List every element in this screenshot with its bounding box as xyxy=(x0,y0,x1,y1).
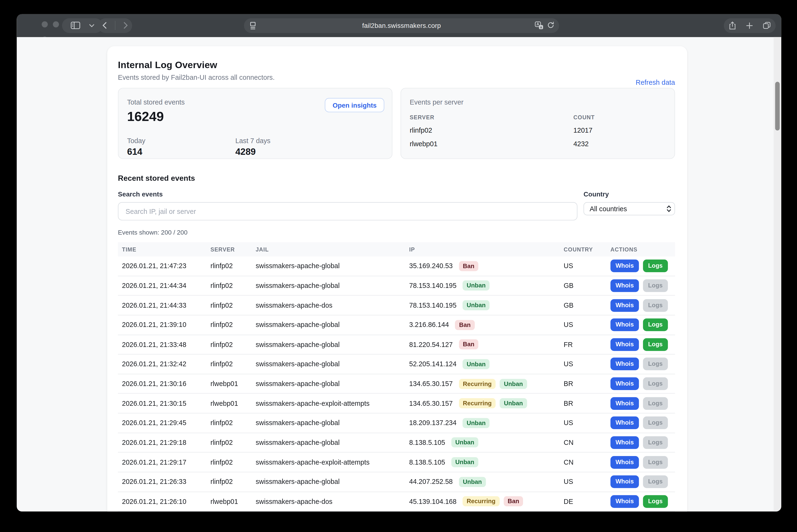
translate-icon[interactable]: A a xyxy=(535,21,543,32)
event-row: 2026.01.21, 21:47:23 rlinfp02 swissmaker… xyxy=(118,256,675,276)
whois-button[interactable]: Whois xyxy=(610,456,639,469)
event-ip-cell: 35.169.240.53 Ban xyxy=(405,261,560,271)
event-country: GB xyxy=(560,302,606,309)
logs-button[interactable]: Logs xyxy=(643,299,668,311)
open-insights-button[interactable]: Open insights xyxy=(325,98,384,112)
logs-button[interactable]: Logs xyxy=(643,319,668,331)
event-server: rlwebp01 xyxy=(206,400,252,407)
whois-button[interactable]: Whois xyxy=(610,299,639,311)
event-ip: 134.65.30.157 xyxy=(409,380,453,387)
logs-button[interactable]: Logs xyxy=(643,358,668,370)
col-server: SERVER xyxy=(206,246,252,252)
scrollbar-thumb[interactable] xyxy=(775,82,780,131)
event-time: 2026.01.21, 21:47:23 xyxy=(118,262,206,270)
event-country: DE xyxy=(560,498,606,505)
event-ip: 78.153.140.195 xyxy=(409,282,457,289)
event-server: rlinfp02 xyxy=(206,341,252,348)
event-ip-cell: 8.138.5.105 Unban xyxy=(405,457,560,468)
event-time: 2026.01.21, 21:39:10 xyxy=(118,321,206,329)
event-jail: swissmakers-apache-dos xyxy=(252,302,405,309)
country-label: Country xyxy=(583,191,609,198)
new-tab-plus-icon[interactable] xyxy=(746,22,753,29)
page-content: Internal Log Overview Events stored by F… xyxy=(17,37,781,512)
logs-button[interactable]: Logs xyxy=(643,338,668,351)
event-ip: 18.209.137.234 xyxy=(409,419,457,427)
logs-button[interactable]: Logs xyxy=(643,377,668,390)
traffic-light-close[interactable] xyxy=(42,21,48,27)
logs-button[interactable]: Logs xyxy=(643,476,668,488)
event-time: 2026.01.21, 21:29:45 xyxy=(118,419,206,427)
back-button[interactable] xyxy=(102,22,107,29)
event-ip-cell: 3.216.86.144 Ban xyxy=(405,320,560,330)
logs-button[interactable]: Logs xyxy=(643,495,668,508)
event-time: 2026.01.21, 21:29:18 xyxy=(118,439,206,446)
desktop: fail2ban.swissmakers.corp A a xyxy=(0,0,797,532)
status-badge-unban: Unban xyxy=(451,457,478,468)
event-ip: 35.169.240.53 xyxy=(409,262,453,270)
event-row: 2026.01.21, 21:29:45 rlinfp02 swissmaker… xyxy=(118,413,675,433)
event-jail: swissmakers-apache-exploit-attempts xyxy=(252,458,405,466)
whois-button[interactable]: Whois xyxy=(610,338,639,351)
event-jail: swissmakers-apache-global xyxy=(252,360,405,368)
event-country: US xyxy=(560,478,606,486)
reader-format-icon[interactable] xyxy=(250,22,256,32)
event-country: GB xyxy=(560,282,606,289)
status-badge-unban: Unban xyxy=(500,398,527,408)
logs-button[interactable]: Logs xyxy=(643,397,668,410)
whois-button[interactable]: Whois xyxy=(610,279,639,292)
event-time: 2026.01.21, 21:26:33 xyxy=(118,478,206,486)
tab-overview-icon[interactable] xyxy=(763,22,771,29)
whois-button[interactable]: Whois xyxy=(610,436,639,449)
event-ip: 8.138.5.105 xyxy=(409,458,445,466)
reload-icon[interactable] xyxy=(547,21,555,31)
whois-button[interactable]: Whois xyxy=(610,319,639,331)
event-jail: swissmakers-apache-global xyxy=(252,478,405,486)
logs-button[interactable]: Logs xyxy=(643,279,668,292)
event-country: US xyxy=(560,419,606,427)
svg-text:A: A xyxy=(537,22,539,26)
event-country: US xyxy=(560,360,606,368)
forward-button[interactable] xyxy=(124,22,128,29)
chevron-down-icon[interactable] xyxy=(89,23,94,27)
country-select[interactable]: All countries xyxy=(583,202,675,215)
events-table-header: TIME SERVER JAIL IP COUNTRY ACTIONS xyxy=(118,242,675,256)
event-jail: swissmakers-apache-global xyxy=(252,282,405,289)
search-input[interactable] xyxy=(118,202,578,221)
event-server: rlinfp02 xyxy=(206,419,252,427)
whois-button[interactable]: Whois xyxy=(610,397,639,410)
logs-button[interactable]: Logs xyxy=(643,436,668,449)
whois-button[interactable]: Whois xyxy=(610,377,639,390)
whois-button[interactable]: Whois xyxy=(610,417,639,429)
event-jail: swissmakers-apache-global xyxy=(252,439,405,446)
status-badge-recurring: Recurring xyxy=(459,398,496,408)
event-ip-cell: 52.205.141.124 Unban xyxy=(405,359,560,369)
event-row: 2026.01.21, 21:39:10 rlinfp02 swissmaker… xyxy=(118,315,675,335)
event-time: 2026.01.21, 21:30:16 xyxy=(118,380,206,387)
page-title: Internal Log Overview xyxy=(118,59,675,71)
event-ip: 52.205.141.124 xyxy=(409,360,457,368)
traffic-light-minimize[interactable] xyxy=(53,21,59,27)
logs-button[interactable]: Logs xyxy=(643,456,668,469)
whois-button[interactable]: Whois xyxy=(610,260,639,272)
col-jail: JAIL xyxy=(252,246,405,252)
event-ip-cell: 8.138.5.105 Unban xyxy=(405,437,560,448)
event-ip-cell: 78.153.140.195 Unban xyxy=(405,281,560,291)
server-count: 12017 xyxy=(574,127,666,134)
event-time: 2026.01.21, 21:44:33 xyxy=(118,302,206,309)
logs-button[interactable]: Logs xyxy=(643,260,668,272)
event-ip: 44.207.252.58 xyxy=(409,478,453,486)
whois-button[interactable]: Whois xyxy=(610,495,639,508)
whois-button[interactable]: Whois xyxy=(610,358,639,370)
address-bar[interactable]: fail2ban.swissmakers.corp A a xyxy=(244,18,559,33)
event-server: rlinfp02 xyxy=(206,262,252,270)
refresh-data-link[interactable]: Refresh data xyxy=(636,79,675,87)
status-badge-unban: Unban xyxy=(463,300,490,310)
whois-button[interactable]: Whois xyxy=(610,476,639,488)
share-icon[interactable] xyxy=(729,21,736,30)
server-column-header: SERVER xyxy=(410,114,574,120)
status-badge-unban: Unban xyxy=(463,359,490,369)
logs-button[interactable]: Logs xyxy=(643,417,668,429)
sidebar-icon[interactable] xyxy=(70,21,80,30)
event-row: 2026.01.21, 21:44:33 rlinfp02 swissmaker… xyxy=(118,296,675,315)
event-country: US xyxy=(560,262,606,270)
